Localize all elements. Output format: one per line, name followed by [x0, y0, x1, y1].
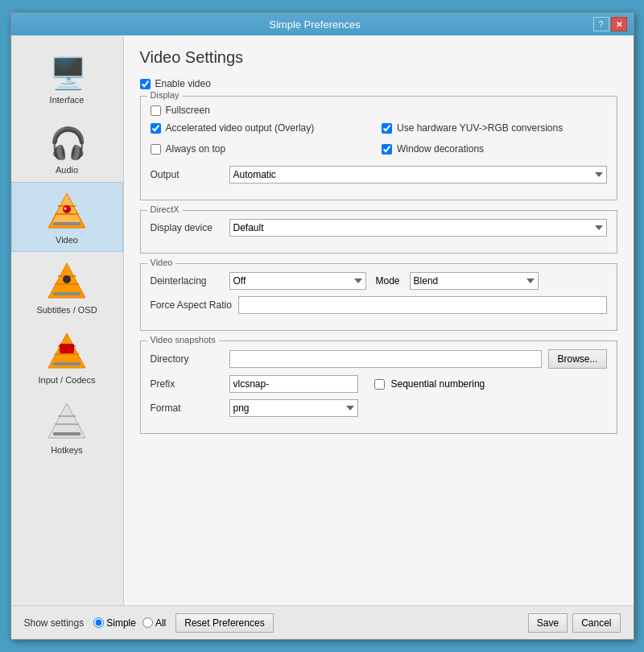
fullscreen-label: Fullscreen [166, 105, 210, 116]
display-device-label: Display device [151, 222, 223, 233]
hotkeys-label: Hotkeys [51, 445, 83, 455]
format-select[interactable]: png jpg bmp [229, 399, 358, 417]
deinterlacing-label: Deinterlacing [151, 275, 223, 287]
footer-actions: Save Cancel [528, 613, 621, 633]
force-aspect-ratio-input[interactable] [238, 296, 607, 314]
svg-point-7 [63, 205, 71, 213]
simple-label: Simple [106, 617, 136, 629]
sidebar-item-hotkeys[interactable]: Hotkeys [11, 392, 123, 462]
cancel-button[interactable]: Cancel [572, 613, 620, 633]
video-snapshots-label: Video snapshots [147, 335, 219, 345]
always-on-top-label: Always on top [166, 143, 226, 155]
enable-video-row: Enable video [140, 78, 617, 89]
sidebar-item-input[interactable]: Input / Codecs [11, 322, 123, 392]
window-decorations-checkbox[interactable] [382, 144, 392, 155]
svg-rect-10 [53, 292, 80, 295]
footer: Show settings Simple All Reset Preferenc… [11, 605, 634, 639]
all-radio-label[interactable]: All [142, 617, 166, 629]
video-group-label: Video [147, 258, 176, 267]
use-hw-yuv-checkbox[interactable] [382, 123, 392, 134]
directory-label: Directory [151, 353, 223, 365]
hotkeys-icon [43, 399, 91, 444]
video-snapshots-group: Video snapshots Directory Browse... Pref… [140, 340, 617, 434]
svg-rect-20 [53, 432, 80, 435]
help-button[interactable]: ? [593, 17, 609, 31]
prefix-input[interactable] [229, 375, 358, 393]
prefix-row: Prefix Sequential numbering [151, 375, 607, 393]
subtitles-icon [43, 259, 91, 303]
show-settings-label: Show settings [24, 617, 85, 629]
show-settings: Show settings [24, 617, 85, 629]
enable-video-label: Enable video [155, 78, 211, 89]
mode-select[interactable]: Blend Bob Discard Linear [410, 272, 539, 290]
audio-icon: 🎧 [43, 119, 91, 163]
sidebar-item-subtitles[interactable]: Subtitles / OSD [11, 252, 123, 322]
svg-point-13 [63, 275, 71, 283]
simple-radio[interactable] [93, 617, 104, 628]
video-icon [43, 189, 91, 233]
force-aspect-ratio-row: Force Aspect Ratio [151, 296, 607, 314]
interface-icon: 🖥️ [43, 49, 91, 93]
input-icon [43, 329, 91, 373]
main-window: Simple Preferences ? ✕ 🖥️ Interface [10, 12, 634, 640]
mode-label: Mode [376, 275, 400, 287]
use-hw-yuv-label: Use hardware YUV->RGB conversions [397, 122, 563, 134]
content-area: 🖥️ Interface 🎧 Audio [11, 35, 634, 605]
always-on-top-row: Always on top [151, 143, 376, 155]
svg-rect-4 [53, 222, 80, 225]
directory-input[interactable] [229, 350, 543, 368]
accelerated-checkbox[interactable] [151, 123, 161, 134]
force-aspect-ratio-label: Force Aspect Ratio [151, 299, 232, 311]
svg-text:🎧: 🎧 [49, 125, 88, 162]
reset-preferences-button[interactable]: Reset Preferences [175, 613, 273, 633]
output-row: Output Automatic DirectX (DirectDraw) Op… [151, 166, 607, 184]
sidebar: 🖥️ Interface 🎧 Audio [11, 35, 124, 605]
format-label: Format [151, 402, 223, 414]
settings-mode-radio-group: Simple All [93, 617, 166, 629]
window-title: Simple Preferences [37, 19, 593, 31]
sidebar-item-interface[interactable]: 🖥️ Interface [11, 42, 123, 112]
format-row: Format png jpg bmp [151, 399, 607, 417]
title-bar: Simple Preferences ? ✕ [11, 13, 634, 35]
audio-label: Audio [56, 165, 78, 175]
output-label: Output [151, 169, 223, 180]
window-decorations-label: Window decorations [397, 143, 484, 155]
simple-radio-label[interactable]: Simple [93, 617, 136, 629]
directx-group: DirectX Display device Default [140, 210, 617, 254]
input-label: Input / Codecs [39, 375, 96, 385]
sidebar-item-video[interactable]: Video [11, 182, 123, 252]
svg-rect-15 [53, 362, 80, 365]
display-device-select[interactable]: Default [229, 219, 607, 237]
deinterlacing-row: Deinterlacing Off Automatic On Mode Blen… [151, 272, 607, 290]
display-device-row: Display device Default [151, 219, 607, 237]
accelerated-row: Accelerated video output (Overlay) [151, 122, 376, 134]
subtitles-label: Subtitles / OSD [36, 305, 97, 315]
close-button[interactable]: ✕ [611, 17, 627, 31]
svg-point-8 [64, 207, 66, 209]
output-select[interactable]: Automatic DirectX (DirectDraw) OpenGL [229, 166, 607, 184]
use-hw-yuv-row: Use hardware YUV->RGB conversions [382, 122, 607, 134]
title-bar-controls: ? ✕ [593, 17, 627, 31]
main-panel: Video Settings Enable video Display Full… [124, 35, 634, 605]
video-label: Video [56, 235, 78, 245]
accelerated-label: Accelerated video output (Overlay) [166, 122, 315, 134]
page-title: Video Settings [140, 48, 617, 67]
save-button[interactable]: Save [528, 613, 568, 633]
always-on-top-checkbox[interactable] [151, 144, 161, 155]
all-radio[interactable] [142, 617, 153, 628]
video-group: Video Deinterlacing Off Automatic On Mod… [140, 263, 617, 331]
fullscreen-checkbox[interactable] [151, 105, 161, 116]
interface-label: Interface [50, 95, 85, 105]
display-group-label: Display [147, 90, 183, 100]
fullscreen-row: Fullscreen [151, 105, 607, 116]
sequential-numbering-checkbox[interactable] [374, 379, 385, 390]
sidebar-item-audio[interactable]: 🎧 Audio [11, 112, 123, 182]
svg-rect-18 [60, 344, 74, 353]
all-label: All [155, 617, 166, 629]
enable-video-checkbox[interactable] [140, 79, 151, 89]
window-decorations-row: Window decorations [382, 143, 607, 155]
browse-button[interactable]: Browse... [548, 349, 606, 369]
svg-text:🖥️: 🖥️ [49, 55, 88, 92]
prefix-label: Prefix [151, 378, 223, 390]
deinterlacing-select[interactable]: Off Automatic On [229, 272, 366, 290]
